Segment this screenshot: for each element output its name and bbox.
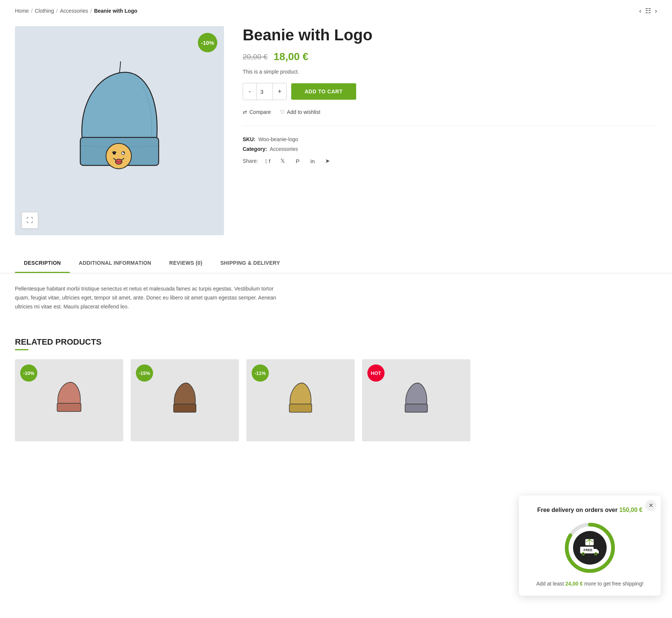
related-product-img-3 — [282, 378, 319, 423]
qty-plus-button[interactable]: + — [273, 83, 286, 100]
breadcrumb-nav-icons: ‹ ☷ › — [639, 7, 657, 15]
breadcrumb-current: Beanie with Logo — [94, 8, 137, 14]
next-product-icon[interactable]: › — [655, 7, 657, 15]
pinterest-icon[interactable]: P — [292, 156, 303, 166]
compare-label: Compare — [249, 109, 271, 115]
category-row: Category: Accessories — [243, 146, 657, 152]
sale-price: 18,00 € — [274, 51, 308, 63]
tab-additional-info[interactable]: ADDITIONAL INFORMATION — [70, 254, 160, 273]
linkedin-icon[interactable]: in — [307, 156, 318, 166]
breadcrumb-sep-2: / — [56, 8, 58, 14]
prev-product-icon[interactable]: ‹ — [639, 7, 641, 15]
qty-minus-button[interactable]: - — [243, 83, 256, 100]
share-label: Share: — [243, 158, 258, 164]
product-image-area: -10% — [15, 26, 224, 235]
expand-button[interactable]: ⛶ — [22, 212, 38, 229]
price-row: 20,00 € 18,00 € — [243, 51, 657, 63]
svg-point-1 — [106, 143, 131, 169]
tab-reviews[interactable]: REVIEWS (0) — [160, 254, 211, 273]
action-links: ⇄ Compare ♡ Add to wishlist — [243, 109, 657, 126]
related-product-img-1 — [50, 378, 88, 423]
sku-value: Woo-beanie-logo — [258, 136, 298, 142]
quantity-control: - + — [243, 83, 287, 100]
related-card-3: -11% — [246, 359, 355, 441]
svg-rect-6 — [57, 403, 81, 412]
telegram-icon[interactable]: ➤ — [322, 156, 333, 166]
breadcrumb-home[interactable]: Home — [15, 8, 29, 14]
related-product-img-2 — [166, 378, 203, 423]
related-grid: -10% -15% -11% — [15, 359, 657, 441]
sku-label: SKU: — [243, 136, 255, 142]
category-value[interactable]: Accessories — [270, 146, 298, 152]
wishlist-label: Add to wishlist — [287, 109, 320, 115]
twitter-icon[interactable]: 𝕏 — [277, 156, 288, 166]
tab-description[interactable]: DESCRIPTION — [15, 254, 70, 273]
product-section: -10% — [0, 19, 672, 250]
discount-badge: -10% — [198, 33, 217, 52]
product-image — [60, 56, 179, 205]
description-content: Pellentesque habitant morbi tristique se… — [0, 273, 291, 326]
tab-shipping[interactable]: SHIPPING & DELIVERY — [211, 254, 289, 273]
share-row: Share:  f 𝕏 P in ➤ — [243, 156, 657, 166]
related-card-1: -10% — [15, 359, 123, 441]
breadcrumb-sep-3: / — [90, 8, 92, 14]
breadcrumb: Home / Clothing / Accessories / Beanie w… — [15, 8, 137, 14]
svg-rect-8 — [289, 404, 312, 412]
wishlist-link[interactable]: ♡ Add to wishlist — [280, 109, 320, 115]
breadcrumb-accessories[interactable]: Accessories — [60, 8, 88, 14]
breadcrumb-sep-1: / — [31, 8, 32, 14]
svg-rect-7 — [174, 404, 196, 412]
svg-rect-9 — [405, 404, 427, 412]
related-product-img-4 — [398, 378, 435, 423]
qty-input[interactable] — [256, 83, 273, 100]
product-image-wrap: -10% — [15, 26, 224, 235]
add-to-cart-button[interactable]: ADD TO CART — [291, 83, 356, 100]
related-title: RELATED PRODUCTS — [15, 337, 657, 347]
category-label: Category: — [243, 146, 267, 152]
sku-row: SKU: Woo-beanie-logo — [243, 136, 657, 142]
product-title: Beanie with Logo — [243, 26, 657, 44]
product-info: Beanie with Logo 20,00 € 18,00 € This is… — [243, 26, 657, 166]
breadcrumb-bar: Home / Clothing / Accessories / Beanie w… — [0, 0, 672, 19]
qty-cart-row: - + ADD TO CART — [243, 83, 657, 100]
breadcrumb-clothing[interactable]: Clothing — [35, 8, 54, 14]
original-price: 20,00 € — [243, 53, 268, 61]
tabs-bar: DESCRIPTION ADDITIONAL INFORMATION REVIE… — [0, 254, 672, 273]
svg-point-4 — [123, 152, 125, 153]
product-description: This is a simple product. — [243, 69, 657, 75]
compare-icon: ⇄ — [243, 109, 247, 115]
facebook-icon[interactable]:  f — [262, 156, 273, 166]
grid-view-icon[interactable]: ☷ — [645, 7, 651, 15]
compare-link[interactable]: ⇄ Compare — [243, 109, 271, 115]
heart-icon: ♡ — [280, 109, 285, 115]
related-card-4: HOT — [362, 359, 470, 441]
related-section: RELATED PRODUCTS -10% -15% -11% — [0, 326, 672, 456]
related-title-underline — [15, 349, 28, 350]
related-card-2: -15% — [131, 359, 239, 441]
